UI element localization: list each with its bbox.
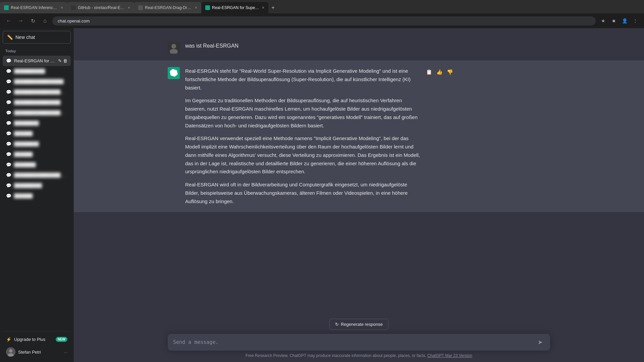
item-text-3: ████████████████ xyxy=(14,79,67,84)
today-label: Today xyxy=(3,48,71,54)
user-name: Stefan Petri xyxy=(18,350,41,355)
sidebar-item-5[interactable]: 💬 ███████████████ xyxy=(3,97,71,108)
sidebar-item-9[interactable]: 💬 ████████ xyxy=(3,139,71,149)
tab-4-title: Real-ESRGAN for Super-Resolut... xyxy=(212,5,260,10)
tab-bar: Real-ESRGAN Inference Demo.i... × GitHub… xyxy=(0,0,644,13)
regenerate-button[interactable]: ↻ Regenerate response xyxy=(329,319,388,330)
home-button[interactable]: ⌂ xyxy=(40,16,50,25)
profile-icon[interactable]: 👤 xyxy=(620,16,629,25)
reload-button[interactable]: ↻ xyxy=(28,16,38,25)
tab-2-close[interactable]: × xyxy=(128,5,130,10)
assistant-message-content: Real-ESRGAN steht für "Real-World Super-… xyxy=(185,67,420,205)
message-actions: 📋 👍 👎 xyxy=(425,67,454,205)
new-chat-button[interactable]: ✏️ New chat xyxy=(3,31,71,44)
sidebar-item-12[interactable]: 💬 ██████████████████ xyxy=(3,170,71,180)
item-text-13: █████████ xyxy=(14,183,67,188)
item-actions: ✎ 🗑 xyxy=(58,58,67,63)
regen-label: Regenerate response xyxy=(341,322,383,327)
item-text-14: ██████ xyxy=(14,193,67,198)
assistant-para-1: Real-ESRGAN steht für "Real-World Super-… xyxy=(185,67,420,92)
user-message-row: was ist Real-ESRGAN xyxy=(74,35,644,60)
thumbs-up-button[interactable]: 👍 xyxy=(436,68,443,76)
tab-3-title: Real-ESRGAN-Drag-Drop/drags... xyxy=(145,5,193,10)
user-avatar xyxy=(6,347,15,357)
tab-2-favicon xyxy=(71,5,76,10)
user-menu-dots[interactable]: ··· xyxy=(64,350,67,355)
main-content: was ist Real-ESRGAN Real-ESRGAN steht fü… xyxy=(74,28,644,362)
tab-3-close[interactable]: × xyxy=(195,5,197,10)
footer-disclaimer: Free Research Preview. ChatGPT may produ… xyxy=(168,351,550,359)
tab-1[interactable]: Real-ESRGAN Inference Demo.i... × xyxy=(0,2,67,13)
sidebar-item-4[interactable]: 💬 ████████████████████ xyxy=(3,87,71,97)
message-input[interactable] xyxy=(173,339,533,345)
chat-icon-7: 💬 xyxy=(6,121,11,126)
chat-messages: was ist Real-ESRGAN Real-ESRGAN steht fü… xyxy=(74,28,644,313)
upgrade-label: Upgrade to Plus xyxy=(14,337,45,342)
item-text-8: ██████ xyxy=(14,131,67,136)
footer-text-content: Free Research Preview. ChatGPT may produ… xyxy=(246,353,426,358)
sidebar-item-6[interactable]: 💬 ████████████████████████ xyxy=(3,108,71,118)
sidebar-item-11[interactable]: 💬 ███████ xyxy=(3,160,71,170)
sidebar: ✏️ New chat Today 💬 Real-ESRGAN for Supe… xyxy=(0,28,74,362)
user-item[interactable]: Stefan Petri ··· xyxy=(3,345,71,359)
tab-3-favicon xyxy=(138,5,143,10)
item-text-4: ████████████████████ xyxy=(14,89,67,95)
bookmark-icon[interactable]: ★ xyxy=(598,16,608,25)
sidebar-item-13[interactable]: 💬 █████████ xyxy=(3,180,71,191)
sidebar-item-active[interactable]: 💬 Real-ESRGAN for Super ✎ 🗑 xyxy=(3,56,71,66)
chat-icon-11: 💬 xyxy=(6,162,11,167)
send-button[interactable]: ➤ xyxy=(536,338,545,347)
user-message-content: was ist Real-ESRGAN xyxy=(185,42,420,54)
sidebar-item-10[interactable]: 💬 ██████ xyxy=(3,149,71,160)
edit-icon[interactable]: ✎ xyxy=(58,58,62,63)
sidebar-item-7[interactable]: 💬 ████████ xyxy=(3,118,71,128)
sidebar-item-14[interactable]: 💬 ██████ xyxy=(3,191,71,201)
forward-button[interactable]: → xyxy=(16,16,25,25)
active-item-text: Real-ESRGAN for Super xyxy=(14,58,55,63)
chat-icon-2: 💬 xyxy=(6,69,11,74)
svg-point-1 xyxy=(9,349,12,353)
new-chat-icon: ✏️ xyxy=(7,35,13,40)
back-button[interactable]: ← xyxy=(4,16,13,25)
input-area: ↻ Regenerate response ➤ Free Research Pr… xyxy=(74,313,644,362)
tab-4-favicon xyxy=(205,5,210,10)
assistant-para-4: Real-ESRGAN wird oft in der Bildverarbei… xyxy=(185,181,420,205)
new-tab-button[interactable]: + xyxy=(268,3,278,12)
delete-icon[interactable]: 🗑 xyxy=(63,58,67,63)
sidebar-item-2[interactable]: 💬 ██████████ xyxy=(3,66,71,76)
item-text-2: ██████████ xyxy=(14,69,67,74)
tab-4-close[interactable]: × xyxy=(262,5,264,10)
url-text: chat.openai.com xyxy=(58,18,90,23)
input-box: ➤ xyxy=(168,334,550,351)
extensions-icon[interactable]: ■ xyxy=(609,16,619,25)
sidebar-item-3[interactable]: 💬 ████████████████ xyxy=(3,76,71,87)
thumbs-down-button[interactable]: 👎 xyxy=(446,68,454,76)
tab-2-title: GitHub - xinntao/Real-ESRGAN... xyxy=(78,5,126,10)
assistant-para-3: Real-ESRGAN verwendet speziell eine Meth… xyxy=(185,134,420,176)
regen-btn-row: ↻ Regenerate response xyxy=(168,319,550,330)
tab-3[interactable]: Real-ESRGAN-Drag-Drop/drags... × xyxy=(134,2,201,13)
chat-icon-14: 💬 xyxy=(6,193,11,198)
item-text-10: ██████ xyxy=(14,152,67,157)
chat-icon-active: 💬 xyxy=(6,58,11,63)
tab-2[interactable]: GitHub - xinntao/Real-ESRGAN... × xyxy=(67,2,134,13)
chat-icon-4: 💬 xyxy=(6,89,11,95)
svg-point-4 xyxy=(171,44,176,49)
app-layout: ✏️ New chat Today 💬 Real-ESRGAN for Supe… xyxy=(0,28,644,362)
assistant-message-row: Real-ESRGAN steht für "Real-World Super-… xyxy=(74,60,644,212)
chat-icon-9: 💬 xyxy=(6,141,11,146)
menu-icon[interactable]: ⋮ xyxy=(631,16,640,25)
chat-icon-10: 💬 xyxy=(6,152,11,157)
tab-4[interactable]: Real-ESRGAN for Super-Resolut... × xyxy=(201,2,268,13)
tab-1-close[interactable]: × xyxy=(61,5,63,10)
copy-button[interactable]: 📋 xyxy=(425,68,433,76)
assistant-para-2: Im Gegensatz zu traditionellen Methoden … xyxy=(185,97,420,130)
new-badge: NEW xyxy=(56,337,67,342)
sidebar-item-8[interactable]: 💬 ██████ xyxy=(3,128,71,139)
footer-version-link[interactable]: ChatGPT Mar 23 Version xyxy=(427,353,472,358)
item-text-12: ██████████████████ xyxy=(14,173,67,178)
nav-bar: ← → ↻ ⌂ chat.openai.com ★ ■ 👤 ⋮ xyxy=(0,13,644,28)
upgrade-button[interactable]: ⚡ Upgrade to Plus NEW xyxy=(3,334,71,345)
chat-icon-6: 💬 xyxy=(6,110,11,115)
address-bar[interactable]: chat.openai.com xyxy=(52,16,596,25)
